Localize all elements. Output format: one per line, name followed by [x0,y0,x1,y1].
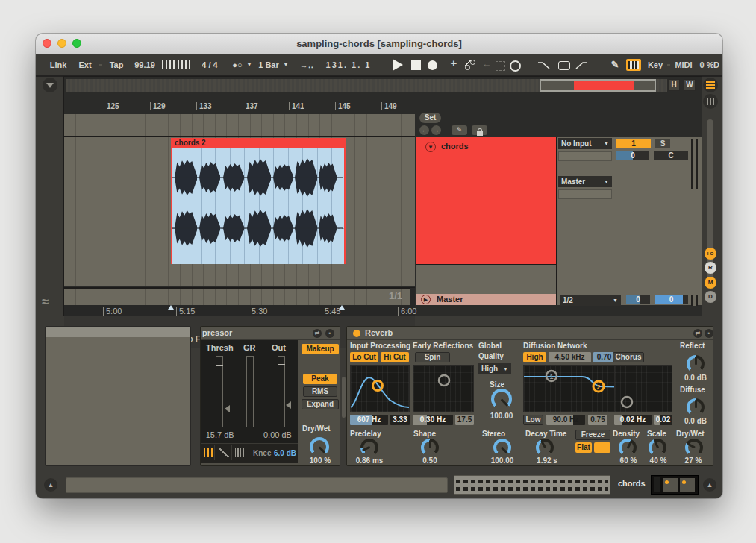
input-filter-display[interactable] [350,365,410,412]
decay-time-knob[interactable] [536,439,554,456]
diffuse-value[interactable]: 0.0 dB [680,417,711,425]
collapsed-view-icon[interactable] [204,448,213,457]
hf-amount-value[interactable]: 0.70 [593,352,615,362]
reverb-drywet-knob[interactable] [685,439,703,456]
activity-view-icon[interactable] [235,448,244,457]
session-view-toggle-icon[interactable] [703,94,718,109]
punch-in-icon[interactable] [537,60,551,70]
density-value[interactable]: 60 % [617,456,640,465]
transfer-curve-view-icon[interactable] [219,448,229,457]
hot-swap-icon[interactable]: ⇄ [313,329,322,338]
scale-value[interactable]: 40 % [647,456,669,465]
crossfade-assign-button[interactable]: C [654,151,688,160]
metronome-caret-icon[interactable]: ▼ [246,59,252,71]
delay-section-toggle[interactable]: D [705,291,716,303]
output-channel-chooser[interactable] [558,189,612,199]
device-activator-led[interactable] [353,330,360,337]
lf-amount-value[interactable]: 0.75 [588,415,607,425]
loop-switch-icon[interactable] [558,61,570,70]
reverb-title-bar[interactable]: Reverb ⇄ ▪ [347,327,713,340]
predelay-value[interactable]: 0.86 ms [350,456,389,465]
arrangement-view-toggle-icon[interactable] [703,78,718,92]
rms-button[interactable]: RMS [303,386,337,397]
master-output-chooser[interactable]: ▼1/2 [560,295,621,306]
record-button[interactable] [428,60,437,70]
reflect-value[interactable]: 0.0 dB [680,374,711,382]
chorus-amount-value[interactable]: 0.02 [654,415,672,425]
device-chain-thumbnail[interactable] [651,475,699,495]
pan-control[interactable]: 0 [616,151,649,160]
master-play-icon[interactable]: ▶ [421,295,431,304]
draw-mode-pencil-icon[interactable]: ✎ [609,59,621,71]
compressor-drywet-knob[interactable] [310,437,329,456]
lf-shelf-button[interactable]: Low [523,415,543,425]
flat-button[interactable]: Flat [575,442,592,453]
set-button[interactable]: Set [419,113,441,123]
save-preset-icon[interactable]: ▪ [705,329,713,338]
size-value[interactable]: 100.00 [484,412,519,420]
scale-knob[interactable] [649,439,666,456]
master-volume-control[interactable]: 0 [655,295,688,304]
reverb-drywet-value[interactable]: 27 % [681,456,705,465]
shape-value[interactable]: 0.50 [417,456,443,465]
metronome-icon[interactable]: ●○ [228,59,246,71]
solo-button[interactable]: S [655,139,670,148]
chorus-display[interactable] [614,365,672,412]
show-info-toggle-icon[interactable]: ▲ [44,478,57,492]
quantization-caret-icon[interactable]: ▼ [283,59,289,71]
quality-chooser[interactable]: ▼High [478,363,511,374]
optimize-height-button[interactable]: H [668,79,680,91]
master-pan-control[interactable]: 0 [626,295,650,304]
spin-amount-value[interactable]: 17.5 [455,415,474,425]
shape-knob[interactable] [421,439,439,456]
arrangement-position-field[interactable]: 131. 1. 1 [321,59,376,71]
lf-freq-value[interactable]: 90.0 Hz [546,415,585,425]
cut-button[interactable] [594,442,610,453]
decay-time-value[interactable]: 1.92 s [534,456,560,465]
io-section-toggle[interactable]: I-O [705,248,716,260]
next-marker-icon[interactable]: → [431,125,441,135]
diffuse-knob[interactable] [687,398,705,416]
reflect-knob[interactable] [687,355,705,373]
peak-button[interactable]: Peak [303,374,337,384]
overview-viewport[interactable] [540,79,656,92]
audio-clip[interactable]: chords 2 [171,138,346,264]
input-q-value[interactable]: 3.33 [390,415,410,425]
input-routing-chooser[interactable]: ▼No Input [558,138,612,149]
lo-cut-button[interactable]: Lo Cut [350,352,378,362]
nudge-down-icon[interactable] [162,60,175,69]
arrangement-overview[interactable] [66,79,667,92]
loop-selection-icon[interactable] [496,61,505,71]
hi-cut-button[interactable]: Hi Cut [381,352,409,362]
input-freq-value[interactable]: 607 Hz [350,415,388,425]
quantization-menu[interactable]: 1 Bar [255,59,282,71]
output-routing-chooser[interactable]: ▼Master [558,176,612,187]
key-map-button[interactable]: Key [645,59,666,71]
back-to-arrangement-icon[interactable]: ← [481,58,492,70]
ext-button[interactable]: Ext [75,59,96,71]
stop-button[interactable] [411,60,421,70]
track-activator-button[interactable]: 1 [616,139,651,148]
hf-shelf-button[interactable]: High [523,352,546,362]
threshold-value[interactable]: -15.7 dB [203,430,234,439]
master-track-header[interactable]: ▶ Master [416,294,556,305]
punch-out-icon[interactable] [575,60,588,70]
time-signature-field[interactable]: 4 / 4 [194,59,225,71]
scrub-area[interactable] [64,114,415,137]
stereo-knob[interactable] [493,439,511,456]
track-fold-icon[interactable]: ▼ [425,142,436,152]
mixer-section-toggle[interactable]: M [705,277,716,289]
hf-freq-value[interactable]: 4.50 kHz [549,352,591,362]
capture-midi-icon[interactable] [465,60,475,70]
makeup-button[interactable]: Makeup [302,344,339,354]
groove-pool-icon[interactable]: ≈ [42,295,49,310]
knee-value[interactable]: 6.0 dB [274,449,296,457]
spin-display[interactable] [413,365,474,412]
play-button[interactable] [393,59,403,71]
bottom-scrub-strip[interactable] [64,288,410,305]
size-knob[interactable] [491,389,512,409]
pencil-icon[interactable]: ✎ [452,125,467,135]
save-preset-icon[interactable]: ▪ [325,329,334,338]
browser-toggle-icon[interactable] [43,78,57,92]
follow-icon[interactable]: →‥ [297,59,316,71]
